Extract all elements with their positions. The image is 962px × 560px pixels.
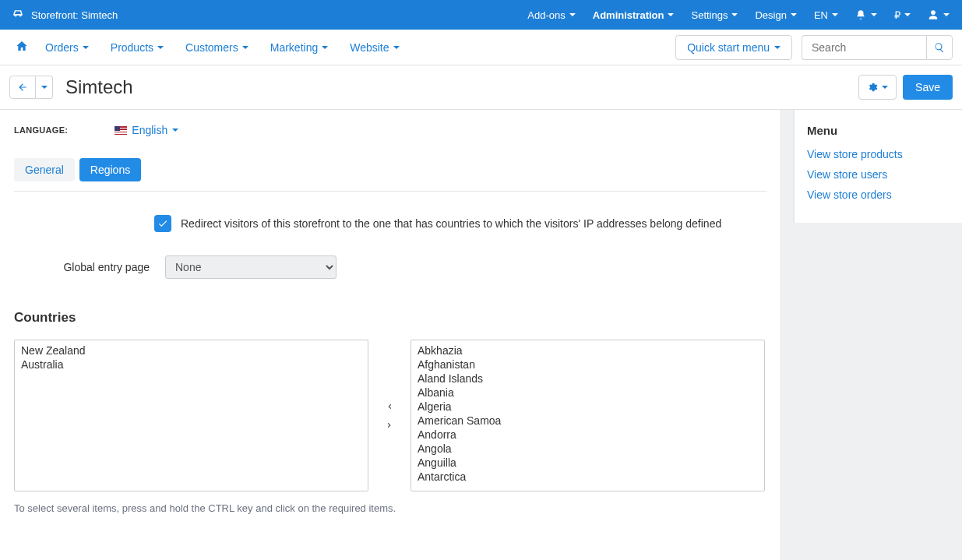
back-dropdown-button[interactable] (36, 76, 53, 99)
gear-icon (867, 82, 878, 93)
available-countries-list[interactable]: AbkhaziaAfghanistanAland IslandsAlbaniaA… (411, 340, 765, 491)
arrow-left-icon (17, 82, 28, 93)
caret-down-icon (393, 46, 400, 49)
topnav-design[interactable]: Design (755, 9, 796, 21)
list-item[interactable]: American Samoa (411, 414, 764, 428)
caret-down-icon (157, 46, 164, 49)
list-item[interactable]: Antarctica (411, 470, 764, 484)
topnav-notifications[interactable] (855, 9, 877, 20)
search-button[interactable] (926, 35, 953, 60)
caret-down-icon (774, 46, 781, 49)
caret-down-icon (943, 13, 950, 16)
caret-down-icon (791, 13, 797, 16)
redirect-label: Redirect visitors of this storefront to … (181, 217, 721, 230)
topnav-addons[interactable]: Add-ons (527, 9, 575, 21)
cart-icon (12, 9, 23, 22)
nav-customers[interactable]: Customers (174, 37, 259, 58)
list-item[interactable]: New Zealand (15, 343, 368, 357)
topnav-language[interactable]: EN (814, 9, 838, 21)
main-content: LANGUAGE: English General Regions Redire… (0, 110, 781, 560)
global-entry-label: Global entry page (56, 261, 150, 273)
caret-down-icon (832, 13, 838, 16)
list-item[interactable]: Andorra (411, 428, 764, 442)
caret-down-icon (668, 13, 674, 16)
move-left-button[interactable] (382, 400, 396, 414)
nav-website[interactable]: Website (339, 37, 410, 58)
list-item[interactable]: Australia (15, 357, 368, 372)
tab-regions[interactable]: Regions (79, 158, 141, 181)
settings-button[interactable] (858, 75, 897, 100)
page-title: Simtech (65, 76, 133, 98)
check-icon (157, 218, 168, 229)
divider (14, 191, 766, 192)
language-label: LANGUAGE: (14, 125, 68, 135)
caret-down-icon (41, 86, 48, 89)
sidebar-heading: Menu (807, 124, 950, 137)
countries-heading: Countries (14, 310, 766, 326)
topbar: Storefront: Simtech Add-ons Administrati… (0, 0, 962, 30)
selected-countries-list[interactable]: New ZealandAustralia (14, 340, 368, 491)
sidebar-link-users[interactable]: View store users (807, 168, 950, 181)
caret-down-icon (871, 13, 877, 16)
topnav-settings[interactable]: Settings (691, 9, 738, 21)
save-button[interactable]: Save (903, 75, 953, 100)
quick-start-button[interactable]: Quick start menu (675, 35, 792, 60)
sidebar-link-orders[interactable]: View store orders (807, 188, 950, 201)
nav-orders[interactable]: Orders (34, 37, 100, 58)
move-right-button[interactable] (382, 418, 396, 432)
caret-down-icon (83, 46, 89, 49)
caret-down-icon (322, 46, 328, 49)
nav-products[interactable]: Products (100, 37, 174, 58)
search-icon (934, 42, 945, 53)
list-item[interactable]: Angola (411, 442, 764, 456)
caret-down-icon (904, 13, 911, 16)
storefront-label[interactable]: Storefront: Simtech (31, 9, 118, 21)
redirect-checkbox[interactable] (154, 215, 171, 232)
topnav-user[interactable] (928, 9, 950, 20)
caret-down-icon (172, 129, 178, 132)
caret-down-icon (731, 13, 738, 16)
language-selector[interactable]: English (115, 124, 178, 136)
list-item[interactable]: Algeria (411, 400, 764, 414)
sidebar-menu: Menu View store products View store user… (794, 110, 962, 223)
chevron-right-icon (385, 421, 394, 430)
global-entry-select[interactable]: None (165, 255, 337, 279)
tab-general[interactable]: General (14, 158, 75, 181)
bell-icon (855, 9, 866, 20)
caret-down-icon (569, 13, 576, 16)
list-item[interactable]: Albania (411, 386, 764, 400)
caret-down-icon (242, 46, 248, 49)
caret-down-icon (882, 86, 888, 89)
list-item[interactable]: Anguilla (411, 456, 764, 470)
topnav-administration[interactable]: Administration (593, 9, 675, 21)
back-button[interactable] (9, 76, 36, 99)
flag-us-icon (115, 126, 127, 135)
user-icon (928, 9, 939, 20)
chevron-left-icon (385, 402, 394, 411)
list-item[interactable]: Abkhazia (411, 343, 764, 357)
sidebar-link-products[interactable]: View store products (807, 148, 950, 160)
titlebar: Simtech Save (0, 65, 962, 110)
navbar: Orders Products Customers Marketing Webs… (0, 30, 962, 65)
topnav-currency[interactable]: ₽ (894, 9, 911, 21)
home-icon[interactable] (9, 35, 34, 59)
list-item[interactable]: Aland Islands (411, 372, 764, 386)
selection-hint: To select several items, press and hold … (14, 502, 766, 514)
search-input[interactable] (802, 35, 926, 60)
list-item[interactable]: Afghanistan (411, 357, 764, 372)
nav-marketing[interactable]: Marketing (259, 37, 339, 58)
